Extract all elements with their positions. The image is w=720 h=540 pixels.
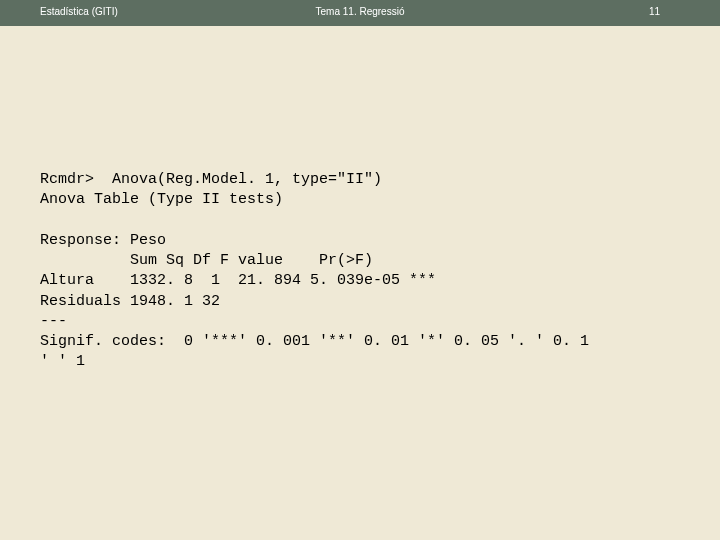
- code-line: Rcmdr> Anova(Reg.Model. 1, type="II"): [40, 171, 382, 188]
- header-bar: Estadística (GITI) Tema 11. Regressió 11: [0, 0, 720, 26]
- code-block: Rcmdr> Anova(Reg.Model. 1, type="II") An…: [40, 170, 680, 373]
- code-line: ---: [40, 313, 67, 330]
- code-line: Altura 1332. 8 1 21. 894 5. 039e-05 ***: [40, 272, 436, 289]
- header-center: Tema 11. Regressió: [0, 6, 720, 17]
- code-line: Residuals 1948. 1 32: [40, 293, 220, 310]
- code-line: Sum Sq Df F value Pr(>F): [40, 252, 373, 269]
- code-line: Response: Peso: [40, 232, 166, 249]
- header-page-number: 11: [649, 6, 660, 17]
- code-line: Anova Table (Type II tests): [40, 191, 283, 208]
- code-line: Signif. codes: 0 '***' 0. 001 '**' 0. 01…: [40, 333, 589, 350]
- slide: Estadística (GITI) Tema 11. Regressió 11…: [0, 0, 720, 540]
- code-line: ' ' 1: [40, 353, 85, 370]
